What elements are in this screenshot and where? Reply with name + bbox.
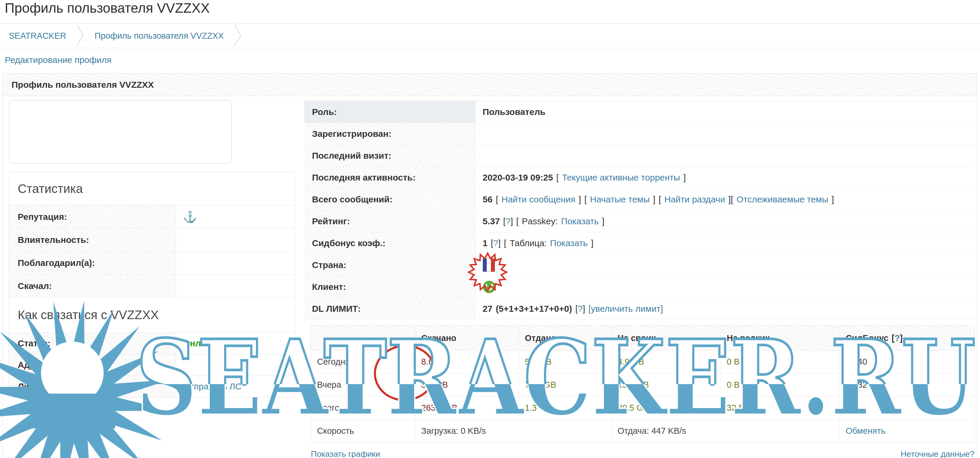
stats-header-on-own: На своих [611, 326, 721, 350]
inaccurate-data-link[interactable]: Неточные данные? [900, 449, 974, 458]
started-topics-link[interactable]: Начатые темы [590, 195, 650, 204]
stats-on-rare-value: 0 B [721, 350, 840, 373]
stats-seedbonus-value [840, 397, 974, 419]
last-visit-value [476, 145, 978, 166]
stats-on-rare-value: 0 B [721, 373, 840, 396]
table-row: Страна: [304, 254, 978, 276]
thanked-label: Поблагодарил(а): [9, 251, 176, 274]
registered-label: Зарегистрирован: [304, 123, 476, 145]
breadcrumb-current[interactable]: Профиль пользователя VVZZXX [84, 31, 234, 41]
passkey-show-link[interactable]: Показать [561, 216, 599, 227]
rating-label: Рейтинг: [304, 211, 476, 232]
reputation-label: Репутация: [9, 205, 176, 228]
bracket: ] [653, 195, 655, 204]
last-visit-label: Последний визит: [304, 145, 476, 166]
table-row: Влиятельность: [9, 228, 294, 251]
contact-heading: Как связаться с VVZZXX [9, 298, 294, 333]
stats-row-label: Сегодня [311, 350, 415, 373]
help-question-link[interactable]: ? [894, 333, 900, 343]
stats-header-download: Скачано [415, 326, 519, 350]
page-title: Профиль пользователя VVZZXX [5, 0, 210, 16]
last-activity-value: 2020-03-19 09:25 [ Текущие активные торр… [476, 167, 978, 188]
stats-row-label: Всего [311, 397, 415, 419]
bracket: ] [591, 238, 593, 248]
bracket: ] [728, 195, 730, 204]
avatar [9, 100, 232, 163]
show-graphs-link[interactable]: Показать графики [311, 449, 380, 458]
bracket: [ [557, 172, 559, 183]
dl-limit-number: 27 [483, 304, 492, 314]
table-row: Последняя активность: 2020-03-19 09:25 [… [304, 167, 978, 188]
last-activity-date: 2020-03-19 09:25 [483, 172, 553, 183]
help-question-link[interactable]: ? [493, 238, 498, 248]
help-question-link[interactable]: ? [578, 304, 583, 313]
download-speed-value: Загрузка: 0 KB/s [415, 420, 611, 442]
help-question-link[interactable]: ? [506, 216, 511, 226]
messages-count: 56 [483, 195, 492, 204]
last-activity-label: Последняя активность: [304, 167, 476, 188]
exchange-link[interactable]: Обменять [846, 426, 886, 436]
breadcrumb-home-link[interactable]: SEATRACKER [0, 31, 76, 41]
stats-upload-value: 1.3 TB [519, 397, 611, 419]
bracket: ] [579, 195, 581, 204]
rating-number: 5.37 [483, 216, 500, 227]
breadcrumb-chevron-icon [234, 23, 242, 49]
downloaded-label: Скачал: [9, 274, 176, 297]
country-value [476, 254, 978, 276]
france-flag-icon [483, 258, 495, 272]
status-badge: Онлайн [183, 338, 217, 348]
stats-on-rare-value: 32.5 GB [721, 397, 840, 419]
table-row: Всего 263.3 GB 1.3 TB 20.5 GB 32.5 GB [311, 397, 974, 420]
stats-heading: Статистика [9, 172, 294, 205]
passkey-label: Passkey: [522, 216, 558, 227]
find-releases-link[interactable]: Найти раздачи [664, 195, 725, 204]
role-value: Пользователь [483, 107, 546, 117]
stats-on-own-value: 13.3 GB [611, 373, 721, 396]
seedbonus-value: 1 [?] [ Таблица: Показать ] [476, 232, 978, 254]
bracket: [ [584, 195, 587, 204]
profile-page: Профиль пользователя VVZZXX SEATRACKER П… [0, 0, 980, 458]
client-label: Клиент: [304, 276, 476, 298]
stats-seedbonus-value: 16.32 [840, 373, 974, 396]
dl-limit-detail: (5+1+3+1+17+0+0) [496, 304, 572, 314]
dl-limit-label: DL ЛИМИТ: [304, 298, 476, 319]
stats-header-upload: Отдано [519, 326, 611, 350]
stats-header-seedbonus: СидБонус [?] [840, 326, 974, 350]
status-label: Статус: [9, 333, 176, 354]
country-label: Страна: [304, 254, 476, 276]
edit-profile-link[interactable]: Редактирование профиля [5, 55, 111, 65]
table-row: Рейтинг: 5.37 [?] [ Passkey: Показать ] [304, 211, 978, 232]
bracket: [ [504, 238, 506, 248]
table-footer-links: Показать графики Неточные данные? [311, 449, 974, 458]
influence-label: Влиятельность: [9, 228, 176, 251]
active-torrents-link[interactable]: Текущие активные торренты [562, 172, 680, 183]
email-label: Адрес e-mail: [9, 354, 176, 375]
watched-topics-link[interactable]: Отслеживаемые темы [737, 195, 828, 204]
bonus-table-show-link[interactable]: Показать [550, 238, 588, 248]
client-value [476, 276, 978, 298]
torrent-client-icon [483, 281, 496, 294]
messages-label: Всего сообщений: [304, 188, 476, 210]
bracket: [ [516, 216, 519, 227]
table-row: Личное сообщение: Отправить ЛС [9, 376, 294, 397]
table-row: Зарегистрирован: [304, 123, 978, 145]
stats-header-empty [311, 326, 415, 350]
email-value [176, 354, 294, 375]
increase-limit-link[interactable]: [увеличить лимит] [588, 304, 663, 314]
table-row: Поблагодарил(а): [9, 251, 294, 274]
anchor-icon[interactable]: ⚓ [183, 211, 197, 222]
seedbonus-label: Сидбонус коэф.: [304, 232, 476, 254]
find-posts-link[interactable]: Найти сообщения [501, 195, 575, 204]
seedbonus-header-text: СидБонус [846, 333, 888, 343]
stats-on-own-value: 4.9 GB [611, 350, 721, 373]
left-stats-box: Статистика Репутация: ⚓ Влиятельность: П… [9, 172, 295, 397]
bracket: [ [496, 195, 498, 204]
downloaded-value [176, 274, 294, 297]
pm-label: Личное сообщение: [9, 376, 176, 397]
table-row: Вчера 3.3 GB 71.1 GB 13.3 GB 0 B 16.32 [311, 373, 974, 397]
dl-limit-help: [?] [575, 304, 585, 314]
breadcrumb-chevron-icon [76, 23, 84, 49]
bracket: ] [683, 172, 686, 183]
send-pm-link[interactable]: Отправить ЛС [183, 381, 242, 391]
stats-row-label: Скорость [311, 420, 415, 442]
